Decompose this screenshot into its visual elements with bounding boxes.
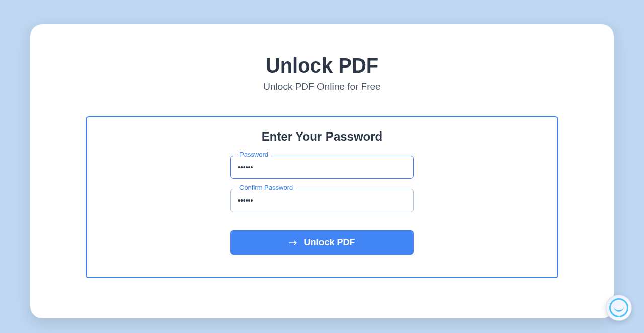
page-subtitle: Unlock PDF Online for Free: [70, 81, 574, 92]
chat-widget-smile-icon: [609, 298, 628, 317]
confirm-password-field-wrapper: Confirm Password: [230, 189, 414, 212]
main-card: Unlock PDF Unlock PDF Online for Free En…: [30, 24, 614, 318]
password-input[interactable]: [230, 156, 414, 179]
unlock-button-label: Unlock PDF: [304, 237, 355, 248]
arrow-right-icon: [289, 240, 298, 246]
password-label: Password: [236, 151, 271, 158]
password-field-wrapper: Password: [230, 156, 414, 179]
unlock-pdf-button[interactable]: Unlock PDF: [230, 230, 414, 255]
page-title: Unlock PDF: [70, 54, 574, 77]
password-form-box: Enter Your Password Password Confirm Pas…: [86, 116, 558, 278]
form-title: Enter Your Password: [107, 129, 537, 144]
chat-widget-button[interactable]: [606, 295, 632, 321]
confirm-password-label: Confirm Password: [236, 184, 296, 191]
confirm-password-input[interactable]: [230, 189, 414, 212]
